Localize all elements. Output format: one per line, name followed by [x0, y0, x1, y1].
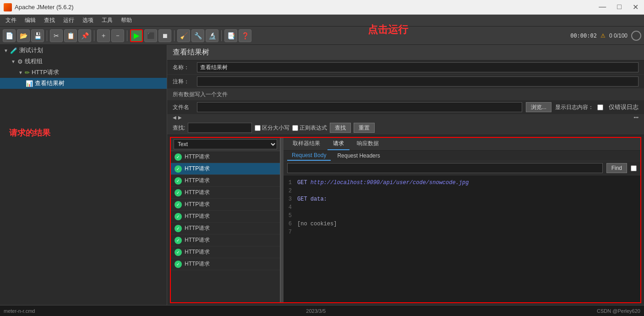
minimize-button[interactable]: — [597, 3, 608, 11]
toolbar-function-button[interactable]: 🔬 [206, 29, 218, 42]
result-item-label: HTTP请求 [185, 153, 210, 161]
subtab-request-body[interactable]: Request Body [287, 151, 331, 161]
file-input[interactable] [197, 102, 522, 112]
toolbar-sep5 [221, 30, 222, 41]
expand-icon-group: ▼ [11, 59, 16, 64]
find-checkbox[interactable] [631, 165, 637, 171]
maximize-button[interactable]: □ [615, 3, 623, 11]
result-item-3[interactable]: ✓ HTTP请求 [171, 175, 280, 187]
toolbar-remote-button[interactable]: 🔧 [191, 29, 204, 42]
dots-menu[interactable]: ••• [633, 115, 639, 120]
type-select[interactable]: Text HTML JSON XML RegExp Tester [174, 139, 277, 149]
menu-search[interactable]: 查找 [40, 16, 59, 25]
menu-help[interactable]: 帮助 [117, 16, 136, 25]
all-data-label: 所有数据写入一个文件 [173, 91, 228, 98]
find-code-button[interactable]: Find [606, 163, 627, 173]
result-item[interactable]: ✓ HTTP请求 [171, 151, 280, 163]
result-item-5[interactable]: ✓ HTTP请求 [171, 199, 280, 211]
toolbar-remove-button[interactable]: － [111, 29, 124, 42]
toolbar-add-button[interactable]: ＋ [97, 29, 110, 42]
menu-tools[interactable]: 工具 [98, 16, 116, 25]
tab-sampler-result[interactable]: 取样器结果 [287, 138, 326, 150]
toolbar-open-button[interactable]: 📂 [17, 29, 30, 42]
result-item-7[interactable]: ✓ HTTP请求 [171, 223, 280, 234]
browse-button[interactable]: 浏览... [526, 102, 551, 112]
toolbar-help-button[interactable]: ❓ [239, 29, 251, 42]
regex-checkbox[interactable] [292, 125, 298, 131]
toolbar-stop-button[interactable]: ⬛ [144, 29, 157, 42]
toolbar-sep3 [127, 30, 127, 41]
warning-icon: ⚠ [600, 33, 606, 39]
menu-bar: 文件 编辑 查找 运行 选项 工具 帮助 [0, 15, 644, 27]
find-input[interactable] [287, 163, 603, 173]
name-row: 名称： [167, 60, 644, 75]
tree-item-http-request[interactable]: ▼ ✏ HTTP请求 [0, 67, 167, 78]
line-content-1: GET http://localhost:9090/api/user/code/… [297, 180, 469, 187]
reset-button[interactable]: 重置 [354, 123, 375, 133]
expand-icon: ▼ [4, 48, 8, 53]
toolbar-sep4 [174, 30, 175, 41]
line-num-1: 1 [284, 180, 297, 187]
search-input[interactable] [188, 123, 252, 133]
log-label: 显示日志内容： [555, 104, 594, 111]
result-item-label-9: HTTP请求 [185, 248, 210, 256]
toolbar-new-button[interactable]: 📄 [3, 29, 16, 42]
toolbar-copy-button[interactable]: 📋 [64, 29, 77, 42]
code-content: 1 GET http://localhost:9090/api/user/cod… [284, 175, 640, 240]
case-sensitive-text: 区分大小写 [262, 124, 289, 132]
result-item-9[interactable]: ✓ HTTP请求 [171, 246, 280, 258]
menu-run[interactable]: 运行 [60, 16, 78, 25]
result-list-panel: Text HTML JSON XML RegExp Tester ✓ HTTP请… [171, 138, 281, 302]
find-button[interactable]: 查找 [330, 123, 351, 133]
comment-input[interactable] [197, 76, 639, 87]
panel-header: 查看结果树 [167, 45, 644, 60]
tab-request[interactable]: 请求 [327, 138, 349, 150]
arrow-left[interactable]: ◀ [173, 115, 176, 120]
result-section: Text HTML JSON XML RegExp Tester ✓ HTTP请… [170, 137, 641, 303]
tree-item-result-tree[interactable]: 📊 查看结果树 [0, 78, 167, 89]
toolbar-paste-button[interactable]: 📌 [78, 29, 91, 42]
result-item-10[interactable]: ✓ HTTP请求 [171, 258, 280, 270]
regex-text: 正则表达式 [300, 124, 327, 132]
close-button[interactable]: ✕ [631, 3, 640, 11]
content-panel: 查看结果树 名称： 注释： 所有数据写入一个文件 文件名 浏览... 显示日志内… [167, 45, 644, 305]
result-item-selected[interactable]: ✓ HTTP请求 [171, 163, 280, 175]
result-item-label-10: HTTP请求 [185, 260, 210, 268]
tree-label-result: 查看结果树 [35, 79, 65, 87]
result-item-label-8: HTTP请求 [185, 236, 210, 244]
subtab-request-headers[interactable]: Request Headers [333, 151, 384, 160]
search-row: 查找: 区分大小写 正则表达式 查找 重置 [167, 121, 644, 135]
result-status-icon-7: ✓ [175, 225, 182, 232]
app-title: Apache JMeter (5.6.2) [15, 4, 597, 11]
toolbar-clear-button[interactable]: 🧹 [177, 29, 190, 42]
tree-item-thread-group[interactable]: ▼ ⚙ 线程组 [0, 56, 167, 67]
http-icon: ✏ [25, 69, 30, 76]
result-item-label-7: HTTP请求 [185, 224, 210, 232]
menu-edit[interactable]: 编辑 [21, 16, 39, 25]
tree-item-test-plan[interactable]: ▼ 🧪 测试计划 [0, 45, 167, 56]
toolbar-save-button[interactable]: 💾 [31, 29, 44, 42]
code-line-4: 4 [284, 204, 640, 212]
menu-options[interactable]: 选项 [79, 16, 97, 25]
case-sensitive-checkbox[interactable] [255, 125, 261, 131]
result-icon: 📊 [26, 80, 33, 87]
line-num-3: 3 [284, 196, 297, 203]
menu-file[interactable]: 文件 [2, 16, 20, 25]
result-item-8[interactable]: ✓ HTTP请求 [171, 234, 280, 246]
run-button[interactable]: ▶ [130, 29, 143, 42]
line-num-4: 4 [284, 204, 297, 212]
globe-icon[interactable] [631, 31, 641, 41]
toolbar-stop-now-button[interactable]: ⏹ [158, 29, 171, 42]
group-icon: ⚙ [17, 58, 23, 65]
error-log-checkbox[interactable] [597, 104, 603, 110]
code-line-3: 3 GET data: [284, 196, 640, 204]
toolbar-cut-button[interactable]: ✂ [50, 29, 63, 42]
name-input[interactable] [197, 62, 639, 72]
arrow-right[interactable]: ▶ [178, 115, 182, 120]
result-item-4[interactable]: ✓ HTTP请求 [171, 187, 280, 199]
toolbar-template-button[interactable]: 📑 [224, 29, 237, 42]
tab-response-data[interactable]: 响应数据 [351, 138, 384, 150]
title-bar: Apache JMeter (5.6.2) — □ ✕ [0, 0, 644, 15]
result-item-6[interactable]: ✓ HTTP请求 [171, 211, 280, 223]
toolbar: 📄 📂 💾 ✂ 📋 📌 ＋ － ▶ ⬛ ⏹ 🧹 🔧 🔬 📑 ❓ 点击运行 00:… [0, 27, 644, 45]
